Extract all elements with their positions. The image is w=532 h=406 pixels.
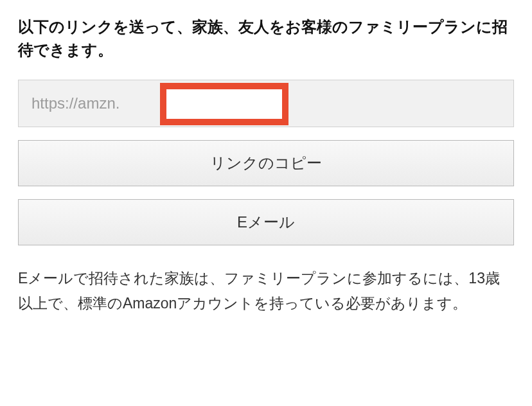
copy-link-button[interactable]: リンクのコピー (18, 140, 514, 186)
email-button[interactable]: Eメール (18, 199, 514, 245)
invite-link-text: https://amzn. (31, 94, 120, 112)
invite-link-field[interactable]: https://amzn. (18, 80, 514, 127)
redaction-overlay (160, 83, 288, 125)
footer-disclaimer: Eメールで招待された家族は、ファミリープランに参加するには、13歳以上で、標準の… (18, 266, 514, 316)
invite-heading: 以下のリンクを送って、家族、友人をお客様のファミリープランに招待できます。 (18, 15, 514, 62)
